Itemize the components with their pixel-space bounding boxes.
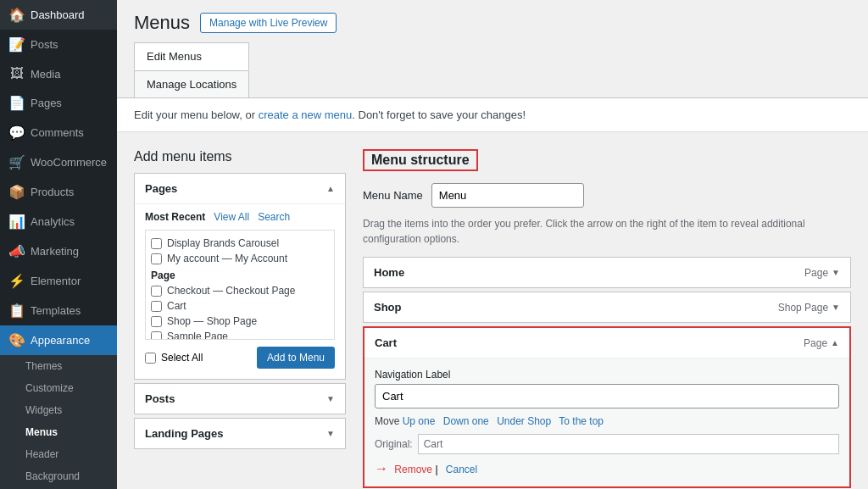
landing-pages-chevron-icon: ▼ [326,429,335,438]
posts-accordion-header[interactable]: Posts ▼ [135,384,345,414]
move-down-one-link[interactable]: Down one [443,415,489,427]
sidebar-item-woocommerce[interactable]: 🛒WooCommerce [0,147,117,177]
page-checkbox[interactable] [151,316,162,327]
pages-accordion-header[interactable]: Pages ▲ [135,174,345,203]
menu-item-cart-type: Page ▲ [804,337,839,349]
pages-chevron-icon: ▲ [326,184,335,193]
sidebar-item-appearance[interactable]: 🎨Appearance [0,325,117,355]
cancel-link[interactable]: Cancel [446,464,477,475]
sidebar-label: WooCommerce [31,156,107,169]
red-arrow-icon: → [375,461,388,476]
posts-chevron-icon: ▼ [326,394,335,403]
page-checkbox[interactable] [151,253,162,264]
menu-item-home-header[interactable]: Home Page ▼ [364,258,850,287]
sidebar-sub-item-customize[interactable]: Customize [0,377,117,399]
sidebar-item-posts[interactable]: 📝Posts [0,30,117,59]
sidebar-sub-item-background[interactable]: Background [0,465,117,487]
sidebar-item-products[interactable]: 📦Products [0,177,117,207]
sidebar-item-dashboard[interactable]: 🏠Dashboard [0,0,117,30]
media-icon: 🖼 [8,66,25,81]
left-panel-heading: Add menu items [134,149,346,164]
menu-name-label: Menu Name [363,189,423,202]
marketing-icon: 📣 [8,243,25,259]
pages-tabs: Most Recent View All Search [145,211,335,223]
remove-link[interactable]: Remove [394,464,432,475]
tab-edit-menus[interactable]: Edit Menus [134,42,249,70]
sidebar-nav: 🏠Dashboard📝Posts🖼Media📄Pages💬Comments🛒Wo… [0,0,117,489]
page-checkbox[interactable] [151,286,162,297]
templates-icon: 📋 [8,303,25,319]
menu-item-cart-header[interactable]: Cart Page ▲ [364,328,849,358]
sidebar-item-media[interactable]: 🖼Media [0,59,117,88]
elementor-icon: ⚡ [8,273,25,289]
woocommerce-icon: 🛒 [8,154,25,170]
pages-bottom-row: Select All Add to Menu [145,347,335,369]
sidebar-label: Products [31,186,74,198]
sidebar-label: Templates [31,304,81,317]
landing-pages-accordion: Landing Pages ▼ [134,418,346,449]
live-preview-button[interactable]: Manage with Live Preview [200,13,337,33]
page-checkbox[interactable] [151,238,162,249]
sidebar-label: Comments [31,126,84,139]
content-area: Add menu items Pages ▲ Most Recent View … [117,132,868,489]
create-menu-link[interactable]: create a new menu [259,108,353,121]
sidebar: 🏠Dashboard📝Posts🖼Media📄Pages💬Comments🛒Wo… [0,0,117,489]
remove-cancel-row: → Remove | Cancel [375,461,839,476]
right-panel: Menu structure Menu Name Drag the items … [363,149,851,489]
posts-accordion: Posts ▼ [134,383,346,414]
move-to-top-link[interactable]: To the top [559,415,604,427]
sidebar-item-marketing[interactable]: 📣Marketing [0,236,117,266]
most-recent-tab[interactable]: Most Recent [145,211,205,223]
sidebar-label: Marketing [31,245,79,258]
menu-name-input[interactable] [431,183,584,208]
list-item: Sample Page [151,329,329,340]
sidebar-sub-item-themes[interactable]: Themes [0,355,117,377]
move-under-shop-link[interactable]: Under Shop [497,415,551,427]
pages-list: Display Brands Carousel My account — My … [145,230,335,340]
sidebar-item-templates[interactable]: 📋Templates [0,296,117,325]
menu-item-home-type: Page ▼ [804,267,840,279]
appearance-icon: 🎨 [8,332,25,348]
sidebar-label: Pages [31,97,62,109]
original-label: Original: [375,438,413,450]
sidebar-item-pages[interactable]: 📄Pages [0,88,117,118]
select-all-checkbox[interactable] [145,353,156,364]
sidebar-item-analytics[interactable]: 📊Analytics [0,207,117,236]
menu-item-shop: Shop Shop Page ▼ [363,292,851,323]
list-item: Display Brands Carousel [151,236,329,251]
menu-item-shop-header[interactable]: Shop Shop Page ▼ [364,292,850,322]
info-text-after: . Don't forget to save your changes! [352,108,526,121]
nav-label-input[interactable] [375,384,839,408]
tabs-bar: Edit MenusManage Locations [117,34,868,98]
page-checkbox[interactable] [151,331,162,341]
menu-item-shop-type: Shop Page ▼ [778,302,840,314]
main-content: Menus Manage with Live Preview Edit Menu… [117,0,868,489]
info-bar: Edit your menu below, or create a new me… [117,98,868,132]
move-up-one-link[interactable]: Up one [403,415,436,427]
view-all-tab[interactable]: View All [214,211,249,223]
tab-manage-locations[interactable]: Manage Locations [134,70,249,97]
search-tab[interactable]: Search [258,211,290,223]
sidebar-sub-item-menus[interactable]: Menus [0,421,117,443]
sidebar-item-elementor[interactable]: ⚡Elementor [0,266,117,296]
comments-icon: 💬 [8,125,25,141]
page-checkbox[interactable] [151,301,162,312]
menu-item-cart-title: Cart [375,336,397,349]
menu-item-shop-title: Shop [374,301,402,314]
add-to-menu-button[interactable]: Add to Menu [257,347,335,369]
landing-pages-section-title: Landing Pages [145,427,223,440]
separator: | [435,464,440,475]
select-all-label: Select All [161,352,203,364]
sidebar-sub-item-widgets[interactable]: Widgets [0,399,117,421]
move-label: Move [375,415,403,427]
appearance-submenu: ThemesCustomizeWidgetsMenusHeaderBackgro… [0,355,117,489]
list-item: Checkout — Checkout Page [151,283,329,298]
move-row: Move Up one Down one Under Shop To the t… [375,415,839,427]
info-text-before: Edit your menu below, or [134,108,259,121]
landing-pages-accordion-header[interactable]: Landing Pages ▼ [135,419,345,448]
products-icon: 📦 [8,184,25,200]
list-item: Cart [151,298,329,314]
sidebar-item-comments[interactable]: 💬Comments [0,118,117,147]
sidebar-label: Elementor [31,275,81,287]
sidebar-sub-item-header[interactable]: Header [0,443,117,465]
